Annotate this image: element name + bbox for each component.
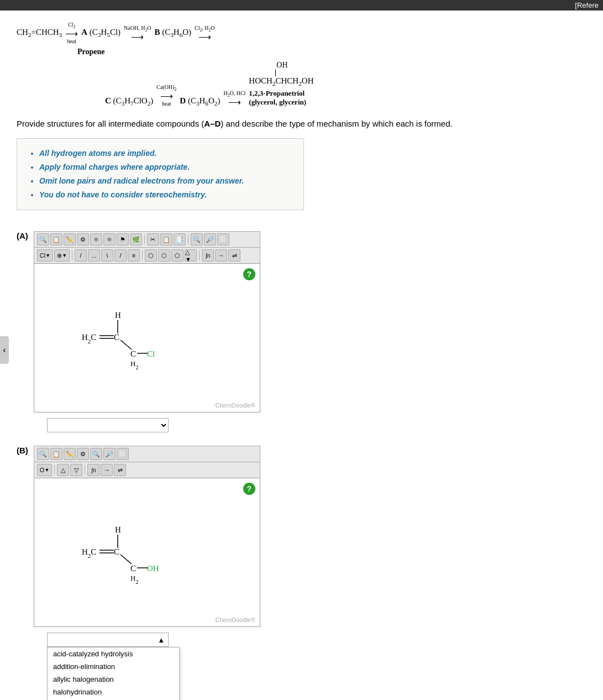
- tool-bold-bond[interactable]: /: [114, 249, 127, 262]
- section-B-label: (B): [17, 446, 28, 455]
- tool-cut[interactable]: ✂: [147, 233, 159, 245]
- chemdoodle-canvas-A[interactable]: ? H2C C H C: [34, 263, 260, 412]
- sep-B-2: [85, 465, 85, 475]
- mechanism-select-A[interactable]: acid-catalyzed hydrolysis addition-elimi…: [47, 418, 169, 432]
- toolbar-A-bottom[interactable]: Cl ▼ ⊕ ▼ / ... \ / ≡ ⬡ ⬡ ⬠ △ ▼ ∫n → ⇌: [34, 247, 260, 263]
- left-tab[interactable]: ‹: [0, 336, 9, 364]
- instructions-text: Provide structures for all intermediate …: [17, 118, 581, 130]
- hint-list: All hydrogen atoms are implied. Apply fo…: [27, 147, 293, 202]
- tool-flag[interactable]: ⚑: [117, 233, 129, 245]
- tool-B-settings[interactable]: ⚙: [77, 448, 89, 460]
- tool-copy[interactable]: 📋: [50, 233, 62, 245]
- svg-text:C: C: [114, 547, 119, 556]
- tool-arrow2[interactable]: ⇌: [228, 249, 240, 262]
- dropdown-item-4[interactable]: halohydrination: [48, 686, 179, 698]
- tool-triple-bond[interactable]: ≡: [128, 249, 140, 262]
- tool-leaf[interactable]: 🌿: [130, 233, 142, 245]
- tool-B-zoom-out[interactable]: 🔎: [103, 448, 116, 460]
- sep-B-1: [54, 465, 55, 475]
- arrow-5: H2O, HCl ⟶: [223, 90, 245, 107]
- svg-text:H2: H2: [130, 359, 138, 370]
- section-A: (A) 🔍 📋 ✏️ ⚙ ⚛ ⚛ ⚑ 🌿 ✂ 📋 📑 🔍 🔎 ⬜: [17, 231, 581, 412]
- help-button-A[interactable]: ?: [243, 268, 255, 280]
- arrow-2: NaOH, H2O ⟶: [124, 25, 151, 41]
- dropdown-item-1[interactable]: acid-catalyzed hydrolysis: [48, 647, 179, 660]
- tool-B-copy[interactable]: 📋: [50, 448, 62, 460]
- tool-pencil[interactable]: ✏️: [64, 233, 76, 245]
- chemdoodle-canvas-B[interactable]: ? H2C C H C OH H2 ChemDoodle®: [34, 478, 260, 627]
- mechanism-dropdown-B-wrapper[interactable]: ▲ acid-catalyzed hydrolysis addition-eli…: [47, 633, 581, 647]
- svg-text:Cl: Cl: [147, 349, 155, 358]
- oh-group: OH: [249, 61, 287, 70]
- tool-penta[interactable]: ⬠: [171, 249, 183, 262]
- reaction-line-1: CH2=CHCH3 Cl2 ⟶ heat A (C3H5Cl) NaOH, H2…: [17, 22, 581, 44]
- dropdown-item-3[interactable]: allylic halogenation: [48, 673, 179, 686]
- toolbar-B-bottom[interactable]: O ▼ △ ▽ ∫n → ⇌: [34, 462, 260, 478]
- propene-label: Propene: [77, 48, 581, 56]
- tool-select[interactable]: 🔍: [37, 233, 49, 245]
- charge-dropdown[interactable]: ⊕ ▼: [54, 249, 70, 262]
- tool-settings[interactable]: ⚙: [77, 233, 89, 245]
- toolbar-A-top[interactable]: 🔍 📋 ✏️ ⚙ ⚛ ⚛ ⚑ 🌿 ✂ 📋 📑 🔍 🔎 ⬜: [34, 231, 260, 247]
- tool-B-select[interactable]: 🔍: [37, 448, 49, 460]
- dropdown-item-2[interactable]: addition-elimination: [48, 660, 179, 673]
- hint-3: Omit lone pairs and radical electrons fr…: [39, 174, 293, 188]
- arrow-3: Cl2, H2O ⟶: [195, 25, 214, 41]
- tool-B-pencil[interactable]: ✏️: [64, 448, 76, 460]
- svg-text:H: H: [115, 311, 121, 320]
- tool-paste[interactable]: 📋: [160, 233, 172, 245]
- compound-B: B (C3H6O): [154, 28, 191, 38]
- hint-2: Apply formal charges where appropriate.: [39, 160, 293, 174]
- tool-bond2[interactable]: \: [101, 249, 113, 262]
- tool-B-arrow[interactable]: →: [101, 464, 113, 476]
- sep3: [72, 250, 72, 260]
- element-dropdown[interactable]: Cl ▼: [37, 249, 53, 262]
- glycerol-block: OH HOCH2CHCH2OH 1,2,3-Propanetriol (glyc…: [249, 61, 313, 107]
- sep2: [188, 234, 188, 244]
- arrow-4: Ca(OH)2 ⟶ heat: [156, 84, 176, 107]
- molecule-B-svg: H2C C H C OH H2: [76, 523, 165, 589]
- compound-C: C (C3H7ClO2): [105, 96, 153, 107]
- hint-1: All hydrogen atoms are implied.: [39, 147, 293, 160]
- tool-zoom-out[interactable]: 🔎: [204, 233, 216, 245]
- mechanism-dropdown-B-open[interactable]: acid-catalyzed hydrolysis addition-elimi…: [47, 647, 180, 700]
- glycerol-name-1: 1,2,3-Propanetriol: [249, 89, 305, 98]
- chemdoodle-watermark-A: ChemDoodle®: [216, 402, 255, 409]
- tool-atom2[interactable]: ⚛: [103, 233, 116, 245]
- tool-atoms[interactable]: ⚛: [90, 233, 102, 245]
- mechanism-dropdown-A[interactable]: acid-catalyzed hydrolysis addition-elimi…: [47, 418, 581, 437]
- tool-copy2[interactable]: 📑: [174, 233, 186, 245]
- toolbar-B-top[interactable]: 🔍 📋 ✏️ ⚙ 🔍 🔎 ⬜: [34, 446, 260, 462]
- tool-B-arrow2[interactable]: ⇌: [114, 464, 126, 476]
- tool-fit[interactable]: ⬜: [217, 233, 229, 245]
- tool-zoom-in[interactable]: 🔍: [191, 233, 203, 245]
- top-bar: [Refere: [0, 0, 603, 11]
- section-A-label: (A): [17, 231, 28, 241]
- svg-text:H2: H2: [130, 574, 138, 585]
- tool-B-fit[interactable]: ⬜: [117, 448, 129, 460]
- tool-B-zoom-in[interactable]: 🔍: [90, 448, 102, 460]
- svg-text:C: C: [130, 564, 136, 573]
- glycerol-formula: HOCH2CHCH2OH: [249, 76, 313, 87]
- tool-arrow[interactable]: →: [215, 249, 227, 262]
- mechanism-select-B-display[interactable]: ▲: [47, 633, 169, 647]
- svg-line-17: [120, 555, 132, 564]
- tool-hex2[interactable]: ⬡: [158, 249, 170, 262]
- sep5: [199, 250, 200, 260]
- tool-hex[interactable]: ⬡: [145, 249, 157, 262]
- help-button-B[interactable]: ?: [243, 483, 255, 495]
- tool-B-shape2[interactable]: ▽: [70, 464, 82, 476]
- reactant-propene: CH2=CHCH3: [17, 28, 62, 38]
- tool-dashed-bond[interactable]: ...: [88, 249, 100, 262]
- sep4: [142, 250, 143, 260]
- top-bar-text: [Refere: [575, 1, 599, 9]
- element-dropdown-B[interactable]: O ▼: [37, 464, 52, 476]
- tool-B-shape[interactable]: △: [57, 464, 69, 476]
- mechanism-dropdown-A-wrapper: acid-catalyzed hydrolysis addition-elimi…: [47, 418, 581, 437]
- tool-single-bond[interactable]: /: [75, 249, 87, 262]
- molecule-A-svg: H2C C H C Cl H2: [76, 308, 165, 374]
- tool-B-integral[interactable]: ∫n: [87, 464, 99, 476]
- reaction-diagram: CH2=CHCH3 Cl2 ⟶ heat A (C3H5Cl) NaOH, H2…: [17, 22, 581, 107]
- tool-shape-dropdown[interactable]: △ ▼: [185, 249, 197, 262]
- tool-integral[interactable]: ∫n: [202, 249, 214, 262]
